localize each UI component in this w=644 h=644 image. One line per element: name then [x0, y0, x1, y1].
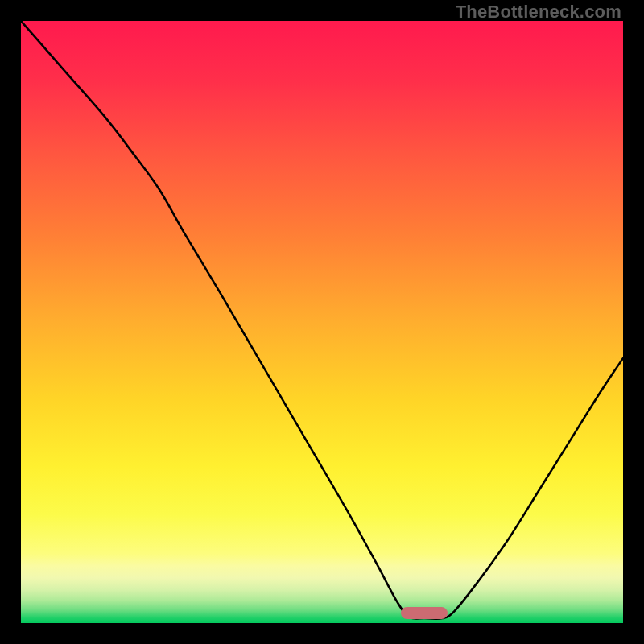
optimal-range-marker	[401, 607, 448, 619]
watermark-text: TheBottleneck.com	[456, 2, 621, 23]
bottleneck-curve	[21, 21, 623, 623]
chart-frame: TheBottleneck.com	[0, 0, 644, 644]
plot-area	[21, 21, 623, 623]
